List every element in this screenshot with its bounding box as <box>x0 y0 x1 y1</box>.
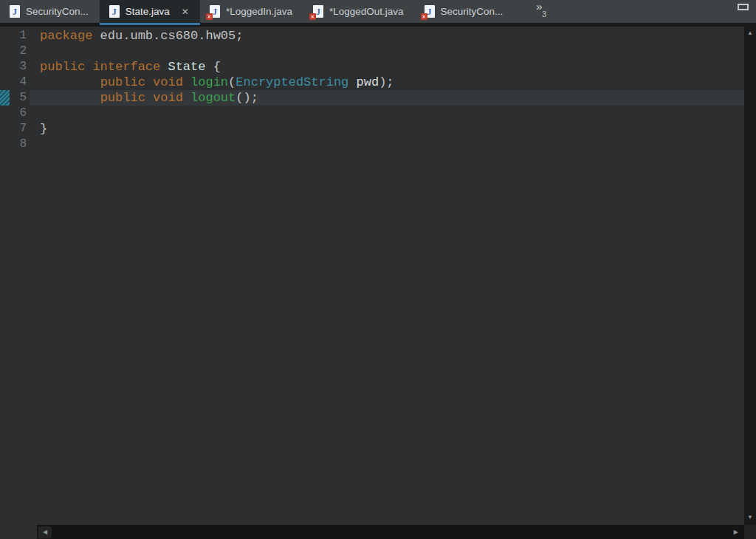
code-line[interactable]: package edu.umb.cs680.hw05; <box>30 28 744 44</box>
java-letter-glyph: J <box>213 7 217 16</box>
code-line[interactable] <box>30 137 744 152</box>
code-token-plain <box>40 75 100 89</box>
java-file-icon: J <box>10 5 20 18</box>
scroll-up-icon[interactable]: ▲ <box>747 30 753 37</box>
tab-label: *LoggedOut.java <box>329 6 404 17</box>
code-token-plain <box>145 75 153 89</box>
line-number: 7 <box>12 121 30 137</box>
code-token-plain: ( <box>228 75 236 89</box>
code-line-row: 6 <box>0 106 744 121</box>
java-file-icon: J <box>109 5 120 18</box>
error-badge-icon: ✕ <box>206 13 213 20</box>
code-token-plain: { <box>205 60 220 74</box>
editor-tab[interactable]: JState.java✕ <box>100 0 200 25</box>
java-letter-glyph: J <box>13 7 17 16</box>
chevron-double-right-icon: » <box>536 2 541 10</box>
editor-main-area: 1package edu.umb.cs680.hw05;23public int… <box>0 27 756 525</box>
code-token-keyword: public <box>100 91 145 105</box>
code-token-plain: (); <box>236 91 258 105</box>
code-token-plain <box>40 91 100 105</box>
annotation-ruler-cell <box>0 75 12 90</box>
tab-label: SecurityCon... <box>441 6 504 17</box>
code-line[interactable]: } <box>30 121 744 137</box>
code-token-plain <box>160 60 168 74</box>
scroll-right-icon[interactable]: ▶ <box>729 526 743 538</box>
code-line-row: 3public interface State { <box>0 59 744 75</box>
code-token-plain <box>183 91 190 105</box>
annotation-ruler-cell <box>0 137 12 152</box>
code-token-type: EncryptedString <box>236 75 348 89</box>
code-token-plain <box>145 91 153 105</box>
line-number: 3 <box>12 59 30 75</box>
line-number: 4 <box>12 75 30 90</box>
code-token-plain <box>183 75 190 89</box>
vertical-scrollbar[interactable]: ▲ ▼ <box>744 27 756 525</box>
horizontal-scrollbar[interactable]: ◀ ▶ <box>37 525 744 539</box>
tab-list: JSecurityCon...JState.java✕J✕*LoggedIn.j… <box>0 0 514 27</box>
editor-tab[interactable]: J✕*LoggedOut.java <box>303 0 415 23</box>
code-line-row: 4 public void login(EncryptedString pwd)… <box>0 75 744 90</box>
code-line[interactable]: public void login(EncryptedString pwd); <box>30 75 744 90</box>
editor-tab-bar: JSecurityCon...JState.java✕J✕*LoggedIn.j… <box>0 0 756 27</box>
java-file-icon: J✕ <box>425 5 435 18</box>
line-number: 6 <box>12 106 30 121</box>
annotation-ruler-cell <box>0 44 12 59</box>
code-token-keyword: void <box>153 75 183 89</box>
code-line[interactable]: public interface State { <box>30 59 744 75</box>
editor-tab[interactable]: J✕SecurityCon... <box>415 0 515 23</box>
maximize-rect-glyph <box>738 4 749 10</box>
annotation-ruler-cell <box>0 121 12 137</box>
code-token-plain <box>348 75 356 89</box>
line-number: 5 <box>12 90 30 106</box>
code-token-plain <box>85 60 92 74</box>
code-line[interactable]: public void logout(); <box>30 90 744 106</box>
eclipse-editor-window: JSecurityCon...JState.java✕J✕*LoggedIn.j… <box>0 0 756 539</box>
tab-overflow-count: 3 <box>542 10 546 18</box>
java-file-icon: J✕ <box>210 5 220 18</box>
code-editor[interactable]: 1package edu.umb.cs680.hw05;23public int… <box>0 27 744 525</box>
code-token-keyword: public <box>100 75 145 89</box>
error-badge-icon: ✕ <box>421 13 427 20</box>
annotation-ruler-cell <box>0 59 12 75</box>
code-line-row: 7} <box>0 121 744 137</box>
line-number: 2 <box>12 44 30 59</box>
scroll-left-icon[interactable]: ◀ <box>38 526 52 538</box>
error-badge-icon: ✕ <box>309 13 316 20</box>
code-token-plain: } <box>40 122 47 136</box>
code-line-row: 2 <box>0 44 744 59</box>
ruler-bottom-spacer <box>0 525 37 539</box>
code-token-plain: ); <box>379 75 394 89</box>
scrollbar-corner <box>744 525 756 539</box>
code-line[interactable] <box>30 44 744 59</box>
tab-close-icon[interactable]: ✕ <box>182 7 189 17</box>
code-token-method: login <box>190 75 228 89</box>
code-line-row: 8 <box>0 137 744 152</box>
scroll-down-icon[interactable]: ▼ <box>747 514 753 521</box>
annotation-ruler-cell <box>0 106 12 121</box>
tab-label: State.java <box>126 6 170 17</box>
code-line-row: 5 public void logout(); <box>0 90 744 106</box>
java-letter-glyph: J <box>112 7 117 16</box>
java-file-icon: J✕ <box>313 5 323 18</box>
code-line-row: 1package edu.umb.cs680.hw05; <box>0 28 744 44</box>
java-letter-glyph: J <box>316 7 320 16</box>
code-token-keyword: package <box>40 29 92 43</box>
code-token-param: pwd <box>357 75 379 89</box>
code-token-plain: edu.umb.cs680.hw05; <box>92 29 243 43</box>
editor-tab[interactable]: JSecurityCon... <box>0 0 100 23</box>
code-line[interactable] <box>30 106 744 121</box>
line-number: 8 <box>12 137 30 152</box>
tab-label: SecurityCon... <box>26 6 89 17</box>
code-token-iface: State <box>168 60 205 74</box>
tab-overflow-button[interactable]: » 3 <box>536 2 546 18</box>
line-number: 1 <box>12 28 30 44</box>
maximize-icon[interactable] <box>738 4 749 10</box>
annotation-ruler-cell <box>0 28 12 44</box>
tab-label: *LoggedIn.java <box>226 6 292 17</box>
code-token-keyword: public <box>40 60 85 74</box>
editor-bottom-bar: ◀ ▶ <box>0 525 756 539</box>
java-letter-glyph: J <box>427 7 432 16</box>
range-indicator-marker <box>0 90 10 106</box>
editor-tab[interactable]: J✕*LoggedIn.java <box>200 0 303 23</box>
code-token-keyword: interface <box>92 60 160 74</box>
